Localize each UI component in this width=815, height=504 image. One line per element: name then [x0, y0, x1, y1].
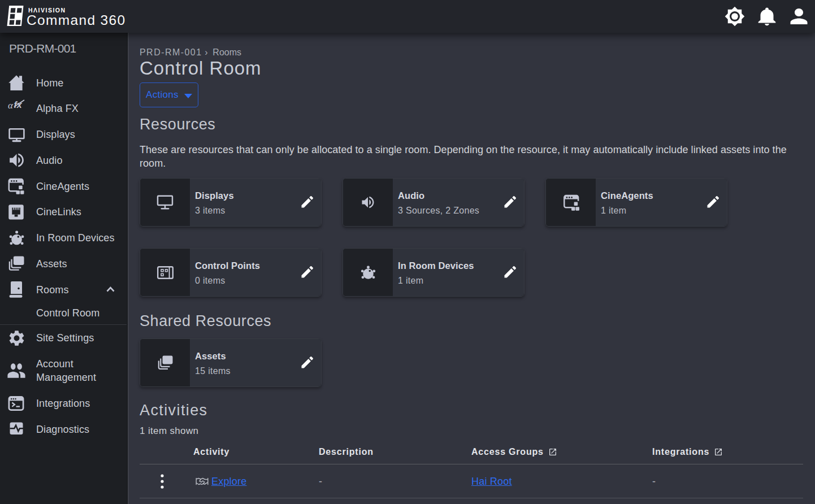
svg-text:α: α [8, 100, 14, 111]
